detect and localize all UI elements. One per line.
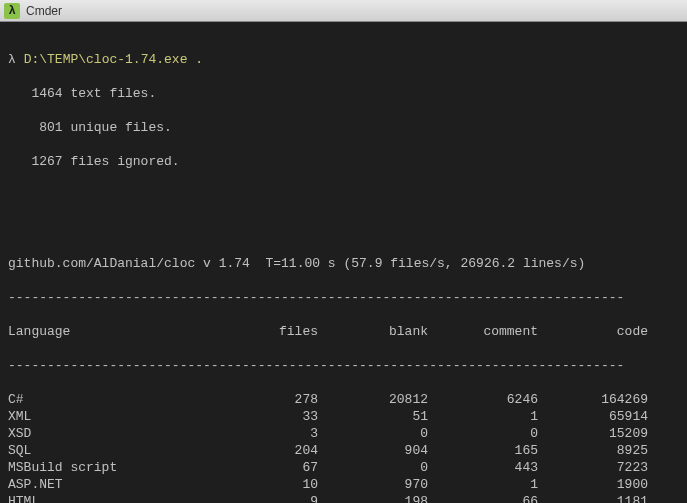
cell-code: 8925 bbox=[538, 442, 648, 459]
table-header-row: Languagefilesblankcommentcode bbox=[8, 323, 679, 340]
table-row: HTML9198661181 bbox=[8, 493, 679, 503]
command-prompt-line: λ D:\TEMP\cloc-1.74.exe . bbox=[8, 51, 679, 68]
ignored-files-count: 1267 files ignored. bbox=[8, 153, 679, 170]
cell-blank: 198 bbox=[318, 493, 428, 503]
cell-blank: 0 bbox=[318, 425, 428, 442]
col-header-comment: comment bbox=[428, 323, 538, 340]
cell-files: 278 bbox=[208, 391, 318, 408]
col-header-blank: blank bbox=[318, 323, 428, 340]
table-row: C#278208126246164269 bbox=[8, 391, 679, 408]
cell-comment: 165 bbox=[428, 442, 538, 459]
cell-files: 33 bbox=[208, 408, 318, 425]
cell-files: 10 bbox=[208, 476, 318, 493]
terminal-output[interactable]: λ D:\TEMP\cloc-1.74.exe . 1464 text file… bbox=[0, 22, 687, 503]
col-header-code: code bbox=[538, 323, 648, 340]
cell-code: 15209 bbox=[538, 425, 648, 442]
cell-code: 164269 bbox=[538, 391, 648, 408]
cell-blank: 0 bbox=[318, 459, 428, 476]
col-header-language: Language bbox=[8, 323, 208, 340]
cell-comment: 443 bbox=[428, 459, 538, 476]
separator-line: ----------------------------------------… bbox=[8, 357, 679, 374]
cell-blank: 904 bbox=[318, 442, 428, 459]
cell-files: 3 bbox=[208, 425, 318, 442]
cell-comment: 1 bbox=[428, 408, 538, 425]
unique-files-count: 801 unique files. bbox=[8, 119, 679, 136]
cell-blank: 20812 bbox=[318, 391, 428, 408]
cell-language: C# bbox=[8, 391, 208, 408]
prompt-lambda: λ bbox=[8, 52, 16, 67]
cell-files: 204 bbox=[208, 442, 318, 459]
cell-files: 67 bbox=[208, 459, 318, 476]
cell-comment: 6246 bbox=[428, 391, 538, 408]
lambda-icon: λ bbox=[4, 3, 20, 19]
cell-blank: 970 bbox=[318, 476, 428, 493]
cell-language: ASP.NET bbox=[8, 476, 208, 493]
cell-code: 7223 bbox=[538, 459, 648, 476]
cell-code: 65914 bbox=[538, 408, 648, 425]
cell-comment: 1 bbox=[428, 476, 538, 493]
cell-code: 1181 bbox=[538, 493, 648, 503]
cell-blank: 51 bbox=[318, 408, 428, 425]
table-row: MSBuild script6704437223 bbox=[8, 459, 679, 476]
cell-language: HTML bbox=[8, 493, 208, 503]
separator-line: ----------------------------------------… bbox=[8, 289, 679, 306]
window-title: Cmder bbox=[26, 4, 62, 18]
text-files-count: 1464 text files. bbox=[8, 85, 679, 102]
cell-code: 1900 bbox=[538, 476, 648, 493]
cell-language: SQL bbox=[8, 442, 208, 459]
cell-language: XML bbox=[8, 408, 208, 425]
command-text: D:\TEMP\cloc-1.74.exe . bbox=[24, 52, 203, 67]
cell-language: MSBuild script bbox=[8, 459, 208, 476]
cell-comment: 66 bbox=[428, 493, 538, 503]
window-titlebar[interactable]: λ Cmder bbox=[0, 0, 687, 22]
cell-comment: 0 bbox=[428, 425, 538, 442]
cloc-header-line: github.com/AlDanial/cloc v 1.74 T=11.00 … bbox=[8, 255, 679, 272]
table-row: ASP.NET1097011900 bbox=[8, 476, 679, 493]
table-row: SQL2049041658925 bbox=[8, 442, 679, 459]
table-row: XSD30015209 bbox=[8, 425, 679, 442]
table-row: XML3351165914 bbox=[8, 408, 679, 425]
cell-language: XSD bbox=[8, 425, 208, 442]
cell-files: 9 bbox=[208, 493, 318, 503]
col-header-files: files bbox=[208, 323, 318, 340]
